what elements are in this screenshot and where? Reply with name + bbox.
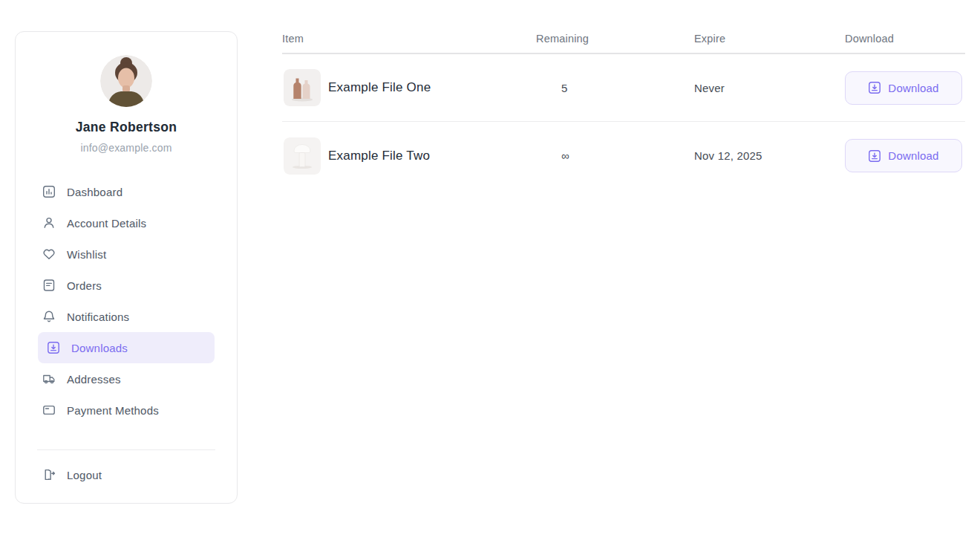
download-button-label: Download: [888, 149, 938, 162]
sidebar-item-downloads[interactable]: Downloads: [38, 332, 215, 363]
column-header-download: Download: [845, 33, 965, 45]
download-icon: [47, 341, 60, 354]
dashboard-icon: [42, 185, 56, 198]
sidebar-item-label: Addresses: [67, 373, 121, 386]
user-email: info@example.com: [80, 142, 172, 154]
downloads-table: Item Remaining Expire Download Example F…: [282, 25, 965, 189]
sidebar-item-label: Downloads: [71, 342, 128, 354]
download-button[interactable]: Download: [845, 139, 962, 172]
sidebar-item-addresses[interactable]: Addresses: [38, 363, 215, 394]
account-sidebar-card: Jane Robertson info@example.com Dashboar…: [15, 31, 238, 504]
sidebar-item-label: Account Details: [67, 217, 146, 230]
table-header-row: Item Remaining Expire Download: [282, 25, 965, 54]
sidebar-item-label: Orders: [67, 279, 102, 292]
product-thumbnail-bottles: [284, 69, 321, 106]
sidebar-item-label: Notifications: [67, 311, 129, 323]
bell-icon: [42, 310, 56, 323]
avatar: [100, 55, 152, 107]
item-name: Example File One: [328, 80, 431, 95]
user-icon: [42, 216, 56, 230]
document-icon: [42, 279, 56, 292]
sidebar-item-orders[interactable]: Orders: [38, 270, 215, 301]
logout-label: Logout: [67, 469, 102, 481]
expire-value: Never: [694, 82, 845, 94]
sidebar-item-account-details[interactable]: Account Details: [38, 207, 215, 238]
expire-value: Nov 12, 2025: [694, 149, 845, 162]
logout-button[interactable]: Logout: [38, 459, 215, 490]
truck-icon: [42, 372, 56, 386]
download-button[interactable]: Download: [845, 71, 962, 105]
user-name: Jane Robertson: [76, 120, 177, 135]
table-row: Example File Two ∞ Nov 12, 2025 Download: [282, 122, 965, 189]
logout-icon: [42, 468, 56, 481]
account-nav: Dashboard Account Details Wishlist: [16, 176, 237, 426]
credit-card-icon: [42, 403, 56, 417]
sidebar-item-payment-methods[interactable]: Payment Methods: [38, 394, 215, 426]
remaining-value: ∞: [536, 149, 694, 162]
download-icon: [868, 149, 881, 163]
column-header-remaining: Remaining: [536, 33, 694, 45]
remaining-value: 5: [536, 82, 694, 94]
table-row: Example File One 5 Never Download: [282, 54, 965, 122]
sidebar-item-notifications[interactable]: Notifications: [38, 301, 215, 332]
sidebar-item-label: Dashboard: [67, 186, 122, 198]
heart-icon: [42, 247, 56, 261]
item-name: Example File Two: [328, 149, 430, 163]
sidebar-divider: [37, 449, 215, 450]
column-header-item: Item: [282, 33, 536, 45]
product-thumbnail-lamp: [284, 137, 321, 175]
sidebar-item-label: Wishlist: [67, 248, 106, 261]
column-header-expire: Expire: [694, 33, 845, 45]
sidebar-item-dashboard[interactable]: Dashboard: [38, 176, 215, 207]
sidebar-item-wishlist[interactable]: Wishlist: [38, 238, 215, 270]
sidebar-item-label: Payment Methods: [67, 404, 159, 417]
download-icon: [868, 81, 881, 94]
download-button-label: Download: [888, 82, 938, 94]
